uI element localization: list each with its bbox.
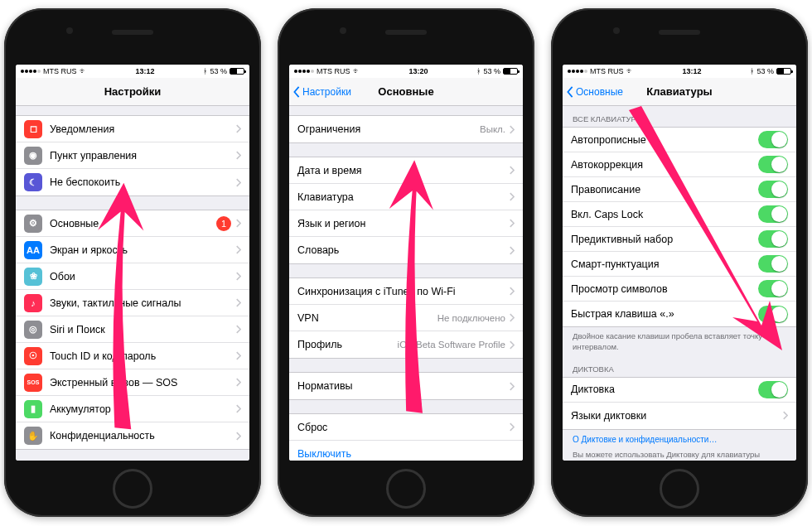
row-label: Звуки, тактильные сигналы — [50, 297, 235, 309]
row-label: Быстрая клавиша «.» — [571, 308, 758, 320]
battery-icon — [503, 68, 518, 75]
navbar: Настройки Основные — [289, 78, 523, 106]
settings-row[interactable]: Выключить — [289, 441, 523, 461]
page-title: Клавиатуры — [646, 85, 712, 98]
chevron-right-icon — [235, 351, 241, 360]
row-label: Автопрописные — [571, 134, 758, 146]
row-detail: Не подключено — [437, 313, 505, 323]
toggle-switch[interactable] — [758, 156, 788, 173]
phone-frame-2: MTS RUS ᯤ 13:20 ᚼ 53 % Настройки Основны… — [278, 8, 534, 517]
settings-row[interactable]: ◻Уведомления — [16, 116, 249, 142]
settings-row[interactable]: ◎Siri и Поиск — [16, 316, 249, 343]
chevron-right-icon — [235, 245, 241, 254]
general-list[interactable]: ОграниченияВыкл.Дата и времяКлавиатураЯз… — [289, 115, 523, 461]
battery-icon — [230, 68, 244, 75]
chevron-right-icon — [235, 151, 241, 160]
row-label: Клавиатура — [297, 191, 509, 203]
navbar: Настройки — [16, 78, 249, 106]
settings-row[interactable]: Нормативы — [289, 373, 523, 399]
battery-percent: 53 % — [756, 67, 774, 75]
chevron-left-icon — [292, 86, 301, 98]
settings-list[interactable]: ◻Уведомления◉Пункт управления☾Не беспоко… — [16, 115, 249, 461]
back-button[interactable]: Основные — [566, 86, 623, 98]
row-icon: ❀ — [24, 268, 42, 286]
chevron-right-icon — [509, 246, 515, 255]
wifi-icon: ᯤ — [80, 67, 87, 75]
bluetooth-icon: ᚼ — [476, 67, 481, 75]
signal-icon — [21, 70, 41, 73]
settings-row: Диктовка — [563, 378, 796, 403]
settings-row[interactable]: VPNНе подключено — [289, 305, 523, 331]
chevron-right-icon — [235, 325, 241, 334]
settings-row[interactable]: ♪Звуки, тактильные сигналы — [16, 290, 249, 316]
signal-icon — [294, 70, 314, 73]
row-label: Уведомления — [50, 123, 235, 135]
chevron-left-icon — [566, 86, 574, 98]
settings-row: Автопрописные — [563, 128, 796, 152]
clock: 13:12 — [135, 67, 154, 75]
chevron-right-icon — [235, 298, 241, 307]
toggle-switch[interactable] — [758, 230, 788, 248]
home-button[interactable] — [113, 469, 152, 509]
row-icon: ◎ — [24, 321, 42, 339]
settings-row[interactable]: AAЭкран и яркость — [16, 237, 249, 263]
keyboards-list[interactable]: ВСЕ КЛАВИАТУРЫАвтопрописныеАвтокоррекция… — [563, 106, 796, 461]
back-button[interactable]: Настройки — [292, 86, 351, 98]
toggle-switch[interactable] — [758, 306, 788, 323]
settings-row[interactable]: ▮Аккумулятор — [16, 396, 249, 422]
settings-row[interactable]: ◉Пункт управления — [16, 142, 249, 169]
row-label: VPN — [297, 312, 437, 324]
privacy-link[interactable]: О Диктовке и конфиденциальности… — [563, 430, 796, 446]
settings-row[interactable]: Дата и время — [289, 157, 523, 184]
section-footer: Вы можете использовать Диктовку для клав… — [563, 446, 796, 461]
settings-row[interactable]: Словарь — [289, 237, 523, 263]
row-label: Экран и яркость — [50, 244, 235, 256]
carrier-label: MTS RUS — [43, 67, 77, 75]
settings-row[interactable]: Языки диктовки — [563, 403, 796, 429]
toggle-switch[interactable] — [758, 255, 788, 273]
home-button[interactable] — [386, 469, 426, 509]
row-icon: ▮ — [24, 400, 42, 418]
toggle-switch[interactable] — [758, 131, 788, 148]
row-label: Основные — [50, 218, 216, 229]
settings-row: Правописание — [563, 177, 796, 202]
settings-row[interactable]: Сброс — [289, 414, 523, 441]
toggle-switch[interactable] — [758, 205, 788, 223]
settings-row: Смарт-пунктуация — [563, 252, 796, 277]
row-label: Профиль — [297, 339, 398, 350]
page-title: Основные — [378, 85, 433, 98]
settings-row[interactable]: ❀Обои — [16, 263, 249, 290]
settings-row[interactable]: ⚙Основные1 — [16, 210, 249, 237]
toggle-switch[interactable] — [758, 381, 788, 398]
settings-row[interactable]: ОграниченияВыкл. — [289, 116, 523, 142]
screen-2: MTS RUS ᯤ 13:20 ᚼ 53 % Настройки Основны… — [289, 65, 523, 461]
row-label: Автокоррекция — [571, 159, 758, 171]
settings-row[interactable]: ☾Не беспокоить — [16, 169, 249, 195]
battery-percent: 53 % — [483, 67, 500, 75]
settings-row[interactable]: ПрофильiOS Beta Software Profile — [289, 331, 523, 358]
chevron-right-icon — [509, 219, 515, 228]
settings-row[interactable]: ✋Конфиденциальность — [16, 422, 249, 449]
row-icon: AA — [24, 241, 42, 259]
row-detail: iOS Beta Software Profile — [398, 340, 505, 350]
row-label: Экстренный вызов — SOS — [50, 377, 235, 388]
chevron-right-icon — [235, 178, 241, 187]
settings-row[interactable]: Клавиатура — [289, 184, 523, 210]
row-icon: ◻ — [24, 120, 42, 138]
settings-row[interactable]: Синхронизация с iTunes по Wi-Fi — [289, 278, 523, 305]
home-button[interactable] — [660, 469, 699, 509]
badge: 1 — [216, 216, 231, 231]
chevron-right-icon — [509, 192, 515, 201]
settings-row[interactable]: Язык и регион — [289, 210, 523, 237]
carrier-label: MTS RUS — [590, 67, 624, 75]
settings-row: Вкл. Caps Lock — [563, 202, 796, 227]
toggle-switch[interactable] — [758, 280, 788, 297]
section-header: ВСЕ КЛАВИАТУРЫ — [563, 106, 796, 127]
settings-row[interactable]: SOSЭкстренный вызов — SOS — [16, 369, 249, 396]
settings-row[interactable]: ☉Touch ID и код-пароль — [16, 343, 249, 369]
chevron-right-icon — [235, 219, 241, 228]
chevron-right-icon — [509, 313, 515, 322]
row-detail: Выкл. — [480, 124, 505, 134]
toggle-switch[interactable] — [758, 181, 788, 198]
chevron-right-icon — [509, 340, 515, 350]
